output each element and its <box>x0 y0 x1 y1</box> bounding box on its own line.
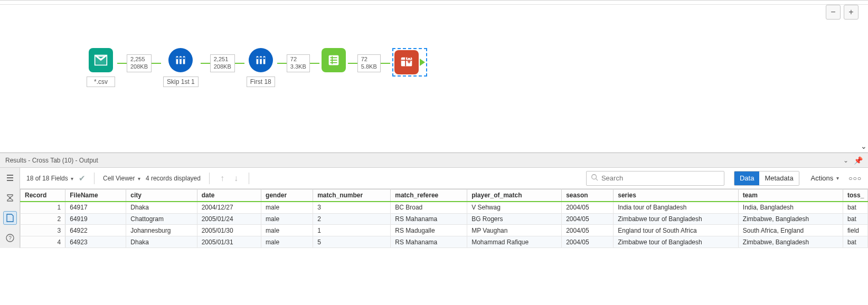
table-cell[interactable]: Zimbabwe, Bangladesh <box>738 236 843 248</box>
column-header[interactable]: team <box>738 189 843 202</box>
search-input-wrapper[interactable] <box>586 171 724 186</box>
toggle-metadata[interactable]: Metadata <box>759 171 798 185</box>
actions-menu[interactable]: Actions ▾ <box>811 174 839 182</box>
results-table[interactable]: RecordFileNamecitydategendermatch_number… <box>20 189 868 248</box>
output-anchor-icon[interactable] <box>420 59 425 66</box>
table-cell[interactable]: 2004/05 <box>562 225 614 236</box>
table-cell[interactable]: bat <box>843 213 868 225</box>
table-cell[interactable]: England tour of South Africa <box>614 225 739 236</box>
table-cell[interactable]: 2005/01/30 <box>197 225 261 236</box>
rail-sigma-icon[interactable] <box>3 191 17 205</box>
more-icon[interactable]: ○○○ <box>848 175 862 182</box>
table-cell[interactable]: male <box>261 202 313 213</box>
rail-list-view-icon[interactable] <box>3 171 17 185</box>
table-cell[interactable]: V Sehwag <box>467 202 562 213</box>
workflow-link[interactable]: 2,255 208KB <box>117 54 161 72</box>
cell-viewer-selector[interactable]: Cell Viewer ▾ <box>103 175 140 182</box>
svg-point-4 <box>180 57 182 59</box>
table-cell[interactable]: Dhaka <box>126 236 197 248</box>
table-cell[interactable]: 1 <box>21 202 65 213</box>
column-header[interactable]: player_of_match <box>467 189 562 202</box>
table-cell[interactable]: 1 <box>313 225 391 236</box>
table-row[interactable]: 364922Johannesburg2005/01/30male1RS Madu… <box>21 225 868 236</box>
column-header[interactable]: season <box>562 189 614 202</box>
canvas-scrollbar[interactable]: ⌄ <box>861 142 867 150</box>
table-cell[interactable]: RS Madugalle <box>391 225 467 236</box>
workflow-node-crosstab[interactable] <box>392 48 427 77</box>
zoom-in-button[interactable]: + <box>844 5 858 20</box>
pin-icon[interactable]: 📌 <box>854 156 863 165</box>
table-cell[interactable]: 3 <box>21 225 65 236</box>
table-cell[interactable]: RS Mahanama <box>391 213 467 225</box>
column-header[interactable]: date <box>197 189 261 202</box>
column-header[interactable]: match_referee <box>391 189 467 202</box>
workflow-node-input[interactable]: *.csv <box>87 48 115 87</box>
table-cell[interactable]: Chattogram <box>126 213 197 225</box>
workflow-link[interactable]: 72 5.8KB <box>348 54 390 72</box>
table-cell[interactable]: India, Bangladesh <box>738 202 843 213</box>
table-cell[interactable]: South Africa, England <box>738 225 843 236</box>
table-cell[interactable]: 2004/05 <box>562 213 614 225</box>
table-row[interactable]: 264919Chattogram2005/01/24male2RS Mahana… <box>21 213 868 225</box>
workflow-link[interactable]: 2,251 208KB <box>201 54 244 72</box>
table-cell[interactable]: 5 <box>313 236 391 248</box>
table-cell[interactable]: 2005/01/31 <box>197 236 261 248</box>
table-row[interactable]: 164917Dhaka2004/12/27male3BC BroadV Sehw… <box>21 202 868 213</box>
nav-down-icon[interactable]: ↓ <box>232 174 240 183</box>
apply-check-icon[interactable]: ✔ <box>79 174 86 183</box>
table-cell[interactable]: 2 <box>21 213 65 225</box>
table-cell[interactable]: 2004/12/27 <box>197 202 261 213</box>
column-header[interactable]: gender <box>261 189 313 202</box>
workflow-link[interactable]: 72 3.3KB <box>277 54 319 72</box>
table-cell[interactable]: 64917 <box>65 202 126 213</box>
nav-up-icon[interactable]: ↑ <box>218 174 227 183</box>
column-header[interactable]: match_number <box>313 189 391 202</box>
table-cell[interactable]: Zimbabwe, Bangladesh <box>738 213 843 225</box>
table-cell[interactable]: 64922 <box>65 225 126 236</box>
table-cell[interactable]: male <box>261 225 313 236</box>
table-cell[interactable]: 2004/05 <box>562 202 614 213</box>
table-cell[interactable]: 64919 <box>65 213 126 225</box>
zoom-out-button[interactable]: − <box>826 5 841 20</box>
table-cell[interactable]: MP Vaughan <box>467 225 562 236</box>
data-metadata-toggle[interactable]: Data Metadata <box>734 171 799 186</box>
table-cell[interactable]: Zimbabwe tour of Bangladesh <box>614 236 739 248</box>
fields-selector[interactable]: 18 of 18 Fields ▾ <box>26 175 73 182</box>
rail-browse-icon[interactable] <box>3 211 17 225</box>
svg-point-11 <box>263 57 265 59</box>
table-cell[interactable]: 2005/01/24 <box>197 213 261 225</box>
table-cell[interactable]: RS Mahanama <box>391 236 467 248</box>
column-header[interactable]: toss_ <box>843 189 868 202</box>
column-header[interactable]: city <box>126 189 197 202</box>
table-cell[interactable]: 3 <box>313 202 391 213</box>
rail-help-icon[interactable]: ? <box>3 231 17 245</box>
workflow-canvas[interactable]: − + *.csv2,255 208KBSkip 1st 12,251 208K… <box>0 0 868 153</box>
column-header[interactable]: FileName <box>65 189 126 202</box>
column-header[interactable]: series <box>614 189 739 202</box>
collapse-icon[interactable]: ⌄ <box>843 157 848 164</box>
search-input[interactable] <box>601 174 720 182</box>
table-cell[interactable]: Mohammad Rafique <box>467 236 562 248</box>
workflow-node-first[interactable]: First 18 <box>247 48 275 87</box>
table-cell[interactable]: Dhaka <box>126 202 197 213</box>
table-cell[interactable]: 2004/05 <box>562 236 614 248</box>
table-cell[interactable]: 64923 <box>65 236 126 248</box>
table-cell[interactable]: male <box>261 213 313 225</box>
table-cell[interactable]: bat <box>843 202 868 213</box>
table-cell[interactable]: field <box>843 225 868 236</box>
toggle-data[interactable]: Data <box>734 171 759 185</box>
table-row[interactable]: 464923Dhaka2005/01/31male5RS MahanamaMoh… <box>21 236 868 248</box>
table-cell[interactable]: India tour of Bangladesh <box>614 202 739 213</box>
table-cell[interactable]: Johannesburg <box>126 225 197 236</box>
table-cell[interactable]: bat <box>843 236 868 248</box>
table-cell[interactable]: 4 <box>21 236 65 248</box>
table-cell[interactable]: male <box>261 236 313 248</box>
workflow-node-skip[interactable]: Skip 1st 1 <box>163 48 199 87</box>
node-caption: *.csv <box>87 77 115 87</box>
table-cell[interactable]: Zimbabwe tour of Bangladesh <box>614 213 739 225</box>
table-cell[interactable]: BG Rogers <box>467 213 562 225</box>
column-header[interactable]: Record <box>21 189 65 202</box>
table-cell[interactable]: 2 <box>313 213 391 225</box>
table-cell[interactable]: BC Broad <box>391 202 467 213</box>
workflow-node-summarize[interactable] <box>322 48 346 72</box>
